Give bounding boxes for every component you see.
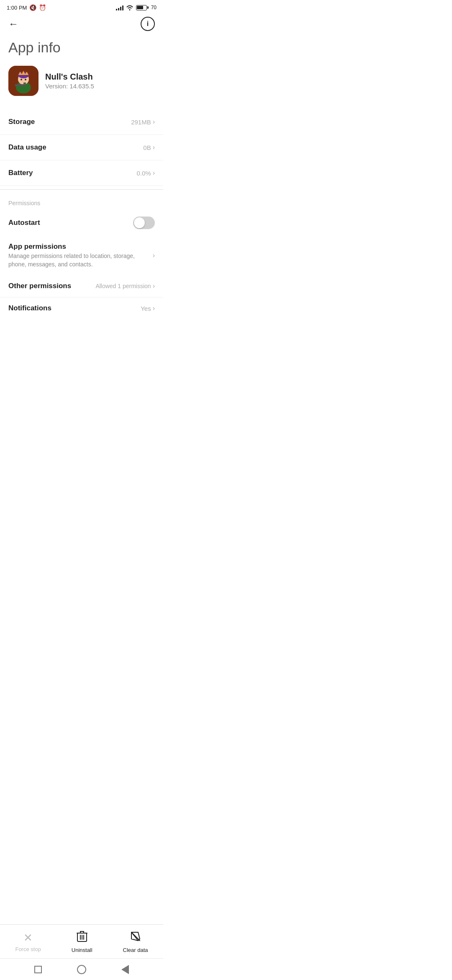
- app-icon-image: [8, 66, 39, 96]
- notifications-value: Yes: [141, 305, 151, 312]
- app-name: Null's Clash: [45, 72, 94, 82]
- other-permissions-label: Other permissions: [8, 282, 71, 290]
- status-bar: 1:00 PM 🔇 ⏰ 70: [0, 0, 163, 13]
- other-permissions-chevron: ›: [153, 282, 155, 290]
- autostart-toggle[interactable]: [133, 217, 155, 229]
- storage-item[interactable]: Storage 291MB ›: [0, 109, 163, 135]
- battery-usage-value: 0.0%: [136, 170, 151, 177]
- battery-item[interactable]: Battery 0.0% ›: [0, 160, 163, 186]
- data-usage-right: 0B ›: [143, 144, 155, 151]
- time-display: 1:00 PM: [7, 5, 27, 11]
- app-permissions-description: Manage permissions related to location, …: [8, 252, 146, 268]
- storage-label: Storage: [8, 118, 35, 126]
- notifications-chevron: ›: [153, 304, 155, 312]
- notifications-right: Yes ›: [141, 304, 155, 312]
- storage-chevron: ›: [153, 118, 155, 126]
- storage-value: 291MB: [131, 119, 151, 126]
- notifications-label: Notifications: [8, 304, 51, 312]
- app-permissions-chevron: ›: [153, 252, 155, 259]
- data-usage-chevron: ›: [153, 144, 155, 151]
- other-permissions-item[interactable]: Other permissions Allowed 1 permission ›: [0, 275, 163, 297]
- section-divider: [0, 189, 163, 190]
- signal-bars-icon: [116, 5, 123, 10]
- app-permissions-item[interactable]: App permissions Manage permissions relat…: [0, 236, 163, 275]
- battery-indicator: [136, 5, 149, 10]
- app-permissions-title: App permissions: [8, 242, 146, 251]
- storage-right: 291MB ›: [131, 118, 155, 126]
- autostart-item[interactable]: Autostart: [0, 210, 163, 236]
- app-info-text: Null's Clash Version: 14.635.5: [45, 72, 94, 90]
- alarm-icon: ⏰: [39, 4, 46, 11]
- autostart-label: Autostart: [8, 219, 40, 227]
- wifi-icon: [126, 5, 134, 10]
- back-button[interactable]: ←: [8, 19, 18, 29]
- data-usage-item[interactable]: Data usage 0B ›: [0, 135, 163, 160]
- notifications-item[interactable]: Notifications Yes ›: [0, 297, 163, 319]
- app-card: Null's Clash Version: 14.635.5: [0, 66, 163, 109]
- top-nav-bar: ← i: [0, 13, 163, 34]
- svg-point-6: [25, 79, 26, 80]
- svg-point-5: [21, 79, 22, 80]
- battery-label: Battery: [8, 169, 33, 177]
- data-usage-label: Data usage: [8, 143, 46, 152]
- toggle-thumb: [134, 217, 145, 228]
- mute-icon: 🔇: [29, 4, 36, 11]
- svg-rect-8: [23, 83, 26, 84]
- battery-percent: 70: [151, 5, 157, 10]
- app-permissions-text: App permissions Manage permissions relat…: [8, 242, 153, 268]
- status-right: 70: [116, 5, 157, 10]
- battery-chevron: ›: [153, 169, 155, 177]
- battery-right: 0.0% ›: [136, 169, 155, 177]
- data-usage-value: 0B: [143, 144, 151, 151]
- info-button[interactable]: i: [141, 17, 155, 31]
- permissions-section-label: Permissions: [0, 193, 163, 210]
- other-permissions-right: Allowed 1 permission ›: [95, 282, 155, 290]
- other-permissions-value: Allowed 1 permission: [95, 283, 151, 289]
- status-left: 1:00 PM 🔇 ⏰: [7, 4, 46, 11]
- app-icon: [8, 66, 39, 96]
- svg-rect-7: [15, 84, 25, 86]
- app-version: Version: 14.635.5: [45, 83, 94, 90]
- page-title: App info: [0, 34, 163, 66]
